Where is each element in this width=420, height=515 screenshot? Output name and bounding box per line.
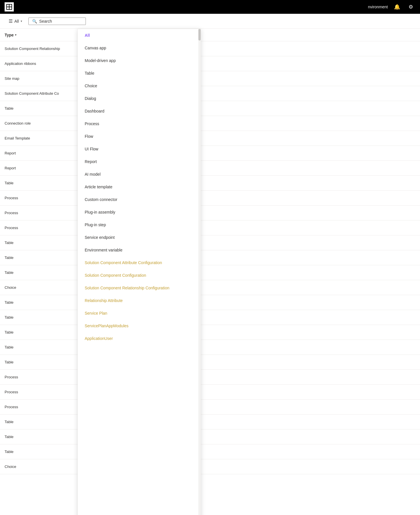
row-type-cell: Table [5, 181, 13, 185]
svg-rect-3 [7, 7, 9, 9]
app-logo [5, 2, 14, 11]
row-type-cell: Process [5, 405, 18, 409]
type-dropdown: AllCanvas appModel-driven appTableChoice… [78, 29, 201, 515]
row-type-cell: Table [5, 255, 13, 260]
dropdown-item[interactable]: Custom connector [78, 193, 201, 206]
type-sort-icon: ▾ [15, 33, 16, 36]
dropdown-item[interactable]: Article template [78, 181, 201, 193]
dropdown-item[interactable]: Service endpoint [78, 231, 201, 244]
row-type-cell: Process [5, 211, 18, 215]
dropdown-item[interactable]: UI Flow [78, 143, 201, 155]
main-layout: Type ▾ Solution Component RelationshipAp… [0, 29, 420, 515]
dropdown-scrollbar[interactable] [198, 29, 201, 515]
top-bar-left [5, 2, 14, 11]
row-type-cell: Table [5, 420, 13, 424]
search-label: Search [39, 19, 52, 24]
row-type-cell: Connection role [5, 121, 31, 125]
top-bar: nvironment 🔔 ⚙ [0, 0, 420, 14]
row-type-cell: Table [5, 270, 13, 275]
search-icon: 🔍 [32, 19, 37, 24]
dropdown-item[interactable]: ApplicationUser [78, 332, 201, 345]
type-label: Type [5, 33, 14, 37]
row-type-cell: Application ribbons [5, 61, 36, 66]
notification-button[interactable]: 🔔 [392, 2, 402, 11]
row-type-cell: Report [5, 151, 16, 155]
svg-rect-1 [7, 5, 9, 7]
dropdown-item[interactable]: Report [78, 155, 201, 168]
row-type-cell: Table [5, 330, 13, 334]
row-type-cell: Table [5, 241, 13, 245]
dropdown-item[interactable]: ServicePlanAppModules [78, 320, 201, 332]
dropdown-item[interactable]: Dialog [78, 92, 201, 105]
row-type-cell: Table [5, 450, 13, 454]
dropdown-item[interactable]: Process [78, 117, 201, 130]
dropdown-item[interactable]: Canvas app [78, 42, 201, 54]
dropdown-item[interactable]: Relationship Attribute [78, 294, 201, 307]
dropdown-item[interactable]: Dashboard [78, 105, 201, 117]
top-bar-right: nvironment 🔔 ⚙ [368, 2, 415, 11]
svg-rect-4 [9, 7, 11, 9]
row-type-cell: Report [5, 166, 16, 170]
dropdown-item[interactable]: Solution Component Configuration [78, 269, 201, 282]
dropdown-items-container: AllCanvas appModel-driven appTableChoice… [78, 29, 201, 345]
dropdown-item[interactable]: Plug-in assembly [78, 206, 201, 218]
dropdown-item[interactable]: Model-driven app [78, 54, 201, 67]
dropdown-item[interactable]: Plug-in step [78, 218, 201, 231]
scrollbar-thumb [198, 29, 201, 40]
row-type-cell: Table [5, 106, 13, 111]
svg-rect-2 [9, 5, 11, 7]
dropdown-item[interactable]: Environment variable [78, 244, 201, 256]
dropdown-item[interactable]: Flow [78, 130, 201, 143]
row-type-cell: Email Template [5, 136, 30, 140]
search-box[interactable]: 🔍 Search [28, 18, 86, 25]
filter-label: All [14, 19, 19, 24]
dropdown-item[interactable]: All [78, 29, 201, 42]
type-column-header[interactable]: Type ▾ [5, 33, 16, 37]
row-type-cell: Solution Component Attribute Co [5, 91, 59, 96]
row-type-cell: Process [5, 196, 18, 200]
chevron-down-icon: ▾ [21, 20, 22, 23]
dropdown-item[interactable]: AI model [78, 168, 201, 181]
row-type-cell: Table [5, 435, 13, 439]
dropdown-item[interactable]: Solution Component Relationship Configur… [78, 282, 201, 294]
row-type-cell: Process [5, 390, 18, 394]
row-type-cell: Table [5, 300, 13, 305]
sub-bar: ☰ All ▾ 🔍 Search [0, 14, 420, 29]
row-type-cell: Choice [5, 464, 16, 469]
row-type-cell: Solution Component Relationship [5, 47, 60, 51]
row-type-cell: Process [5, 375, 18, 379]
row-type-cell: Table [5, 315, 13, 320]
dropdown-item[interactable]: Table [78, 67, 201, 80]
environment-text: nvironment [368, 5, 388, 9]
settings-button[interactable]: ⚙ [406, 2, 415, 11]
row-type-cell: Table [5, 360, 13, 364]
dropdown-item[interactable]: Choice [78, 80, 201, 92]
row-type-cell: Site map [5, 76, 19, 81]
dropdown-item[interactable]: Service Plan [78, 307, 201, 320]
row-type-cell: Choice [5, 285, 16, 290]
filter-all-button[interactable]: ☰ All ▾ [6, 17, 25, 26]
dropdown-item[interactable]: Solution Component Attribute Configurati… [78, 256, 201, 269]
row-type-cell: Process [5, 226, 18, 230]
row-type-cell: Table [5, 345, 13, 349]
filter-icon: ☰ [9, 18, 13, 24]
